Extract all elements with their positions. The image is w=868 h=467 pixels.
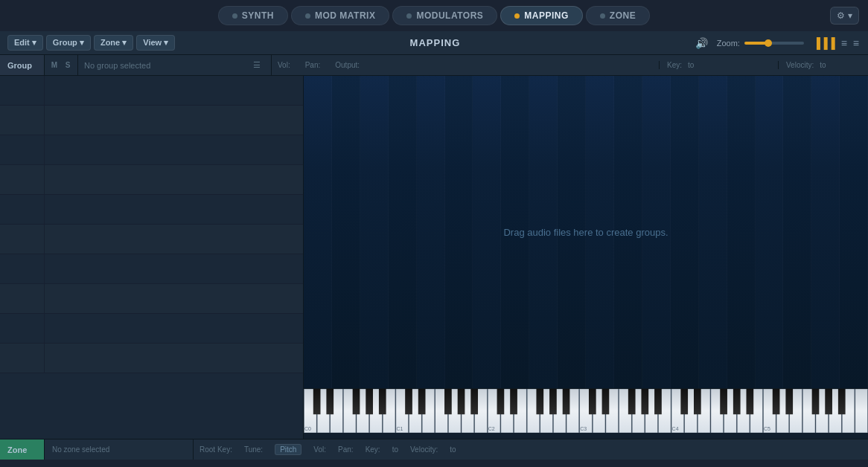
list-item bbox=[0, 165, 303, 195]
tab-zone-label: ZONE bbox=[610, 10, 636, 21]
list-item-wide-col bbox=[45, 106, 303, 135]
list-item bbox=[0, 254, 303, 284]
list-icon[interactable]: ≡ bbox=[840, 36, 849, 51]
chevron-down-icon: ▾ bbox=[848, 10, 852, 21]
list-item-wide-col bbox=[45, 76, 303, 105]
velocity-label: Velocity: bbox=[786, 61, 814, 69]
zone-velocity-to-label: to bbox=[450, 445, 456, 454]
tune-label: Tune: bbox=[244, 445, 263, 454]
zoom-label: Zoom: bbox=[717, 39, 740, 48]
group-section-label: Group bbox=[0, 55, 45, 75]
group-properties: Vol: Pan: Output: bbox=[272, 61, 660, 69]
zone-label: Zone ▾ bbox=[100, 38, 127, 48]
tab-zone[interactable]: ZONE bbox=[586, 6, 650, 25]
piano-keys-rendered bbox=[304, 389, 868, 439]
list-item-narrow-col bbox=[0, 254, 45, 283]
pan-label: Pan: bbox=[305, 61, 321, 69]
tab-synth[interactable]: SYNTH bbox=[218, 6, 288, 25]
list-item-wide-col bbox=[45, 284, 303, 313]
list-item-wide-col bbox=[45, 165, 303, 194]
view-label: View ▾ bbox=[143, 38, 168, 48]
page-title: MAPPING bbox=[178, 37, 692, 48]
vol-label: Vol: bbox=[278, 61, 290, 69]
list-item bbox=[0, 76, 303, 106]
list-item-wide-col bbox=[45, 195, 303, 224]
list-item-wide-col bbox=[45, 344, 303, 373]
piano-keys-container: .wk { fill: url(#wkgrad); stroke: #60708… bbox=[304, 389, 868, 439]
list-item bbox=[0, 195, 303, 225]
tab-mapping[interactable]: MAPPING bbox=[500, 6, 583, 25]
edit-menu-button[interactable]: Edit ▾ bbox=[7, 35, 43, 51]
dot-mod-matrix bbox=[305, 13, 310, 19]
settings-button[interactable]: ⚙ ▾ bbox=[830, 7, 859, 25]
piano-keyboard[interactable]: .wk { fill: url(#wkgrad); stroke: #60708… bbox=[304, 388, 868, 439]
curtain-background bbox=[304, 76, 868, 388]
top-nav: SYNTH MOD MATRIX MODULATORS MAPPING ZONE… bbox=[0, 0, 868, 31]
tab-mapping-label: MAPPING bbox=[524, 10, 569, 21]
dot-synth bbox=[232, 13, 237, 19]
speaker-icon[interactable]: 🔊 bbox=[695, 37, 708, 49]
mute-button[interactable]: M bbox=[49, 60, 60, 71]
list-item bbox=[0, 314, 303, 344]
output-label: Output: bbox=[335, 61, 360, 69]
list-item-narrow-col bbox=[0, 195, 45, 224]
edit-label: Edit ▾ bbox=[14, 38, 36, 48]
zone-properties: Root Key: Tune: Pitch Vol: Pan: Key: to … bbox=[194, 444, 868, 455]
list-item-narrow-col bbox=[0, 165, 45, 194]
group-header-row: Group M S No group selected ☰ Vol: Pan: … bbox=[0, 55, 868, 76]
dot-zone bbox=[600, 13, 605, 19]
list-item bbox=[0, 344, 303, 373]
list-item-narrow-col bbox=[0, 76, 45, 105]
zone-key-to-label: to bbox=[392, 445, 398, 454]
tab-mod-matrix-label: MOD MATRIX bbox=[315, 10, 375, 21]
toolbar: Edit ▾ Group ▾ Zone ▾ View ▾ MAPPING 🔊 Z… bbox=[0, 31, 868, 55]
view-menu-button[interactable]: View ▾ bbox=[136, 35, 175, 51]
content-split: Drag audio files here to create groups. … bbox=[0, 76, 868, 439]
zone-name-field[interactable]: No zone selected bbox=[45, 439, 194, 460]
velocity-section: Velocity: to bbox=[779, 61, 868, 69]
bar-chart-icon[interactable]: ▐▐▐ bbox=[811, 36, 837, 51]
list-item-wide-col bbox=[45, 254, 303, 283]
key-to-label: to bbox=[688, 61, 694, 69]
group-list-panel bbox=[0, 76, 304, 439]
mapping-panel: Drag audio files here to create groups. … bbox=[304, 76, 868, 439]
tab-mod-matrix[interactable]: MOD MATRIX bbox=[291, 6, 389, 25]
key-label: Key: bbox=[667, 61, 682, 69]
zone-menu-button[interactable]: Zone ▾ bbox=[94, 35, 133, 51]
list-item-wide-col bbox=[45, 135, 303, 164]
list-item-narrow-col bbox=[0, 344, 45, 373]
mapping-drop-area[interactable]: Drag audio files here to create groups. bbox=[304, 76, 868, 388]
key-range-section: Key: to bbox=[660, 61, 779, 69]
gear-icon: ⚙ bbox=[837, 10, 845, 21]
zoom-section: Zoom: bbox=[717, 39, 804, 48]
list-item-narrow-col bbox=[0, 314, 45, 343]
zone-key-label: Key: bbox=[366, 445, 380, 454]
zoom-slider-thumb bbox=[765, 39, 772, 47]
zoom-slider[interactable] bbox=[744, 42, 804, 45]
group-ms-section: M S bbox=[45, 55, 78, 75]
solo-button[interactable]: S bbox=[63, 60, 73, 71]
zone-bar: Zone No zone selected Root Key: Tune: Pi… bbox=[0, 439, 868, 460]
list-item bbox=[0, 135, 303, 165]
view-icons: ▐▐▐ ≡ ≡ bbox=[811, 36, 861, 51]
zone-section-label: Zone bbox=[0, 439, 45, 460]
group-menu-button[interactable]: Group ▾ bbox=[46, 35, 91, 51]
main-content: Group M S No group selected ☰ Vol: Pan: … bbox=[0, 55, 868, 460]
root-key-label: Root Key: bbox=[200, 445, 232, 454]
velocity-to-label: to bbox=[820, 61, 826, 69]
zone-pan-label: Pan: bbox=[338, 445, 354, 454]
list-item bbox=[0, 225, 303, 254]
zone-vol-label: Vol: bbox=[313, 445, 326, 454]
tab-modulators-label: MODULATORS bbox=[416, 10, 483, 21]
group-name-field[interactable]: No group selected ☰ bbox=[78, 55, 272, 75]
group-name-text: No group selected bbox=[84, 61, 150, 70]
detail-list-icon[interactable]: ≡ bbox=[852, 36, 861, 51]
list-item-wide-col bbox=[45, 225, 303, 254]
tab-synth-label: SYNTH bbox=[242, 10, 274, 21]
list-item bbox=[0, 106, 303, 135]
list-item-narrow-col bbox=[0, 225, 45, 254]
group-label: Group ▾ bbox=[53, 38, 84, 48]
pitch-button[interactable]: Pitch bbox=[275, 444, 301, 455]
group-menu-icon[interactable]: ☰ bbox=[253, 60, 265, 70]
tab-modulators[interactable]: MODULATORS bbox=[392, 6, 497, 25]
